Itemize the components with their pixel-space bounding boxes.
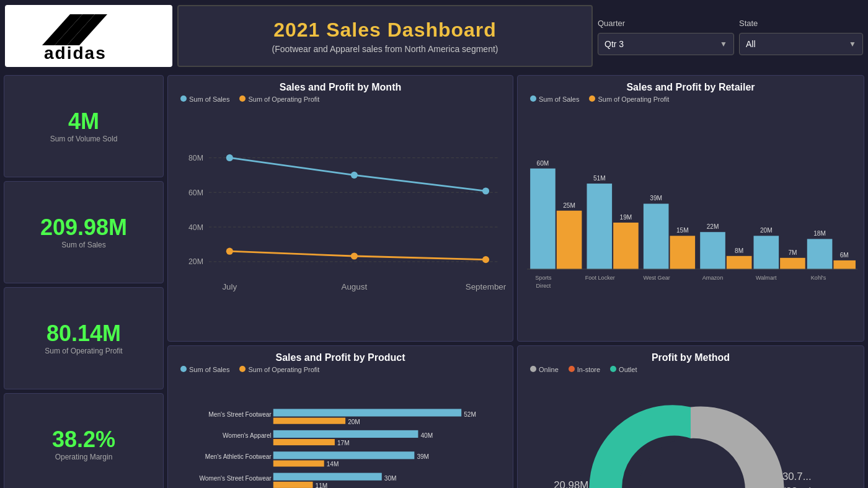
svg-text:11M: 11M <box>316 482 328 488</box>
svg-point-14 <box>482 187 489 194</box>
svg-rect-56 <box>273 417 345 424</box>
svg-rect-41 <box>807 239 833 269</box>
svg-rect-38 <box>780 258 805 269</box>
profit-by-method-title: Profit by Method <box>524 352 857 363</box>
kpi-sales-label: Sum of Sales <box>61 241 105 249</box>
kpi-margin: 38.2% Operating Margin <box>4 393 164 488</box>
svg-text:Walmart: Walmart <box>756 275 777 281</box>
kpi-profit: 80.14M Sum of Operating Profit <box>4 287 164 389</box>
svg-text:20.98M: 20.98M <box>554 479 588 488</box>
svg-text:20M: 20M <box>348 419 360 425</box>
svg-text:30.7...: 30.7... <box>782 471 812 482</box>
svg-point-12 <box>226 154 233 161</box>
svg-text:15M: 15M <box>676 227 689 234</box>
svg-text:39M: 39M <box>650 195 662 202</box>
title-box: 2021 Sales Dashboard (Footwear and Appar… <box>177 5 593 67</box>
legend-product-sales: Sum of Sales <box>180 366 229 373</box>
sales-by-retailer-legend: Sum of Sales Sum of Operating Profit <box>524 95 857 103</box>
svg-text:Amazon: Amazon <box>702 275 723 281</box>
svg-text:25M: 25M <box>563 202 575 209</box>
svg-text:60M: 60M <box>188 189 203 197</box>
state-filter: State All ▼ <box>739 5 863 67</box>
state-value: All <box>746 39 756 49</box>
svg-rect-71 <box>273 482 313 488</box>
svg-text:Women's Street Footwear: Women's Street Footwear <box>199 475 272 482</box>
svg-text:Women's Apparel: Women's Apparel <box>223 432 272 439</box>
svg-text:20M: 20M <box>760 227 773 234</box>
svg-rect-21 <box>530 169 556 269</box>
svg-text:7M: 7M <box>788 249 797 256</box>
svg-text:Direct: Direct <box>536 283 551 289</box>
svg-text:20M: 20M <box>188 257 203 266</box>
svg-text:18M: 18M <box>813 230 826 237</box>
quarter-filter: Quarter Qtr 3 ▼ <box>598 5 734 67</box>
svg-rect-33 <box>700 232 725 269</box>
svg-text:August: August <box>341 282 367 291</box>
svg-text:40M: 40M <box>420 432 433 439</box>
svg-rect-30 <box>670 236 696 269</box>
svg-rect-69 <box>273 472 382 480</box>
svg-point-17 <box>482 256 489 263</box>
svg-point-13 <box>351 172 358 179</box>
svg-text:40M: 40M <box>188 223 203 232</box>
kpi-profit-label: Sum of Operating Profit <box>45 347 122 355</box>
sales-by-month-title: Sales and Profit by Month <box>174 82 507 93</box>
svg-text:30M: 30M <box>384 475 397 482</box>
legend-online: Online <box>530 366 559 373</box>
quarter-select[interactable]: Qtr 3 ▼ <box>598 33 734 55</box>
sales-by-month-legend: Sum of Sales Sum of Operating Profit <box>174 95 507 103</box>
hbar-chart-area: Men's Street Footwear 52M 20M Women's Ap… <box>174 376 507 488</box>
svg-text:Foot Locker: Foot Locker <box>585 275 615 281</box>
legend-sales: Sum of Sales <box>180 95 229 103</box>
legend-instore: In-store <box>569 366 600 373</box>
adidas-logo: adidas <box>33 8 144 64</box>
svg-rect-42 <box>833 260 856 269</box>
svg-text:60M: 60M <box>537 160 549 167</box>
svg-text:Men's Athletic Footwear: Men's Athletic Footwear <box>205 453 272 460</box>
line-chart-area: 80M 60M 40M 20M <box>174 105 507 335</box>
svg-rect-37 <box>754 236 779 269</box>
legend-retailer-profit: Sum of Operating Profit <box>589 95 669 103</box>
svg-text:14M: 14M <box>327 461 339 468</box>
kpi-sales-value: 209.98M <box>40 215 127 240</box>
donut-area: 30.7... (38....) 28.42M (35.47%) 20.98M … <box>524 376 857 488</box>
svg-rect-26 <box>613 223 639 269</box>
dashboard-title: 2021 Sales Dashboard <box>273 19 497 42</box>
sales-by-month-card: Sales and Profit by Month Sum of Sales S… <box>167 75 513 342</box>
sidebar: 4M Sum of Volume Sold 209.98M Sum of Sal… <box>0 71 167 488</box>
kpi-margin-label: Operating Margin <box>55 453 113 461</box>
svg-point-16 <box>351 252 358 259</box>
state-select[interactable]: All ▼ <box>739 33 863 55</box>
svg-rect-34 <box>727 256 752 269</box>
svg-text:80M: 80M <box>188 154 203 162</box>
logo-box: adidas <box>5 5 172 67</box>
svg-rect-25 <box>587 184 613 269</box>
sales-by-product-card: Sales and Profit by Product Sum of Sales… <box>167 345 513 488</box>
legend-product-profit: Sum of Operating Profit <box>239 366 319 373</box>
quarter-label: Quarter <box>598 17 734 29</box>
sales-by-retailer-card: Sales and Profit by Retailer Sum of Sale… <box>517 75 864 342</box>
svg-rect-29 <box>644 204 669 270</box>
legend-outlet: Outlet <box>610 366 637 373</box>
header-area: adidas 2021 Sales Dashboard (Footwear an… <box>0 0 868 71</box>
kpi-margin-value: 38.2% <box>52 427 115 452</box>
sales-by-product-legend: Sum of Sales Sum of Operating Profit <box>174 366 507 373</box>
kpi-volume-value: 4M <box>68 109 99 134</box>
svg-text:Sports: Sports <box>535 275 552 281</box>
product-hbar-svg: Men's Street Footwear 52M 20M Women's Ap… <box>174 378 507 488</box>
profit-by-method-card: Profit by Method Online In-store Outlet <box>517 345 864 488</box>
sales-by-retailer-title: Sales and Profit by Retailer <box>524 82 857 93</box>
profit-by-method-legend: Online In-store Outlet <box>524 366 857 373</box>
retailer-bar-svg: 60M 25M 51M 19M 39M 15M 22M <box>524 105 857 335</box>
svg-text:(38....): (38....) <box>782 486 813 488</box>
dashboard: adidas 2021 Sales Dashboard (Footwear an… <box>0 0 868 488</box>
state-chevron-icon: ▼ <box>849 40 856 48</box>
svg-rect-66 <box>273 460 324 466</box>
kpi-volume-label: Sum of Volume Sold <box>50 135 118 143</box>
svg-point-15 <box>226 248 233 255</box>
svg-rect-54 <box>273 409 461 416</box>
svg-text:39M: 39M <box>417 453 429 460</box>
kpi-sales: 209.98M Sum of Sales <box>4 181 164 283</box>
svg-text:8M: 8M <box>735 247 743 254</box>
main-content: Sales and Profit by Month Sum of Sales S… <box>167 71 868 488</box>
